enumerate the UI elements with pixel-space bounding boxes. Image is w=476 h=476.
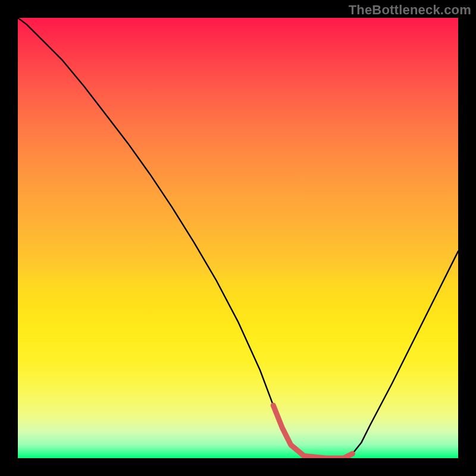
watermark-text: TheBottleneck.com	[349, 2, 471, 18]
bottleneck-highlight-line	[273, 405, 352, 458]
chart-frame: TheBottleneck.com	[0, 0, 476, 476]
plot-area	[18, 18, 458, 458]
bottleneck-curve-svg	[18, 18, 458, 458]
bottleneck-curve-line	[18, 18, 458, 458]
